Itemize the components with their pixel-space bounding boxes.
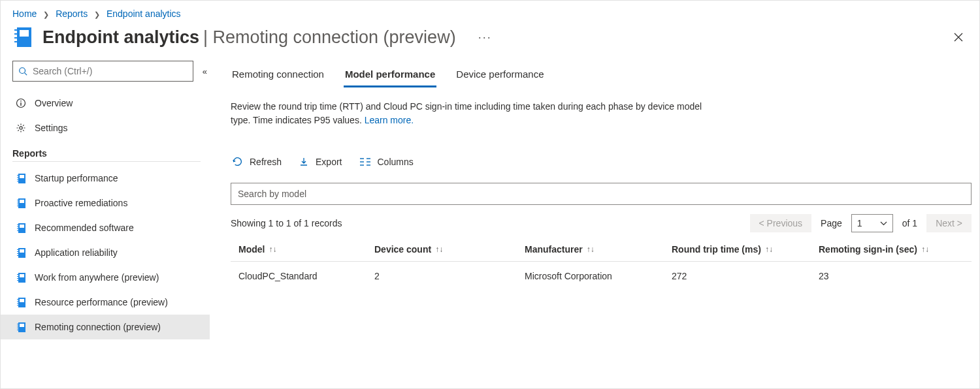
more-actions-button[interactable]: ··· xyxy=(478,31,492,44)
tab-remoting-connection[interactable]: Remoting connection xyxy=(231,65,325,87)
sidebar-item-label: Work from anywhere (preview) xyxy=(35,272,159,283)
notebook-small-icon xyxy=(15,197,27,209)
svg-rect-29 xyxy=(17,230,19,231)
sidebar-item-label: Startup performance xyxy=(35,173,118,183)
chevron-down-icon xyxy=(880,221,887,226)
svg-rect-33 xyxy=(17,251,19,252)
svg-rect-45 xyxy=(17,301,19,302)
breadcrumb-endpoint-analytics[interactable]: Endpoint analytics xyxy=(106,8,181,19)
search-icon xyxy=(18,67,27,76)
sidebar-item-startup-performance[interactable]: Startup performance xyxy=(1,166,210,191)
svg-rect-1 xyxy=(20,30,29,37)
svg-rect-53 xyxy=(17,330,19,330)
sidebar-item-label: Application reliability xyxy=(35,247,118,258)
svg-rect-38 xyxy=(17,274,19,275)
tab-device-performance[interactable]: Device performance xyxy=(455,65,545,87)
svg-rect-40 xyxy=(17,278,19,279)
page-title: Endpoint analytics | Remoting connection… xyxy=(42,27,456,48)
notebook-small-icon xyxy=(15,172,27,184)
svg-line-7 xyxy=(25,73,27,76)
svg-rect-4 xyxy=(14,37,18,39)
info-icon xyxy=(15,97,27,109)
col-header-round-trip-time[interactable]: Round trip time (ms) ↑↓ xyxy=(672,244,819,255)
page-select-value: 1 xyxy=(857,218,862,228)
svg-rect-52 xyxy=(17,328,19,328)
page-header: Endpoint analytics | Remoting connection… xyxy=(1,19,979,61)
col-header-model[interactable]: Model ↑↓ xyxy=(231,244,374,255)
svg-rect-46 xyxy=(17,303,19,303)
filter-by-model-input[interactable] xyxy=(231,183,972,205)
notebook-small-icon xyxy=(15,247,27,258)
page-select[interactable]: 1 xyxy=(851,214,893,232)
page-title-sub: | Remoting connection (preview) xyxy=(203,27,456,47)
breadcrumb: Home ❯ Reports ❯ Endpoint analytics xyxy=(1,1,979,19)
sidebar-item-label: Recommended software xyxy=(35,223,134,233)
cell-manufacturer: Microsoft Corporation xyxy=(525,271,672,281)
collapse-sidebar-button[interactable]: « xyxy=(200,64,210,79)
col-header-manufacturer[interactable]: Manufacturer ↑↓ xyxy=(525,244,672,255)
svg-rect-26 xyxy=(17,225,19,225)
sidebar-item-label: Resource performance (preview) xyxy=(35,297,168,307)
svg-rect-20 xyxy=(17,200,19,200)
chevron-right-icon: ❯ xyxy=(43,10,49,18)
col-header-remoting-signin[interactable]: Remoting sign-in (sec) ↑↓ xyxy=(819,244,972,255)
sidebar-item-overview[interactable]: Overview xyxy=(1,91,210,116)
divider xyxy=(12,161,201,162)
svg-rect-15 xyxy=(17,177,19,178)
svg-rect-49 xyxy=(20,324,24,327)
svg-rect-50 xyxy=(17,324,19,324)
sidebar-item-proactive-remediations[interactable]: Proactive remediations xyxy=(1,191,210,215)
refresh-button[interactable]: Refresh xyxy=(231,153,283,170)
download-icon xyxy=(299,157,309,167)
sidebar-item-resource-performance[interactable]: Resource performance (preview) xyxy=(1,290,210,315)
svg-rect-2 xyxy=(14,29,18,31)
notebook-small-icon xyxy=(15,321,27,333)
previous-page-button[interactable]: < Previous xyxy=(750,214,812,232)
main-content: Remoting connection Model performance De… xyxy=(210,61,979,383)
table-header-row: Model ↑↓ Device count ↑↓ Manufacturer ↑↓… xyxy=(231,244,972,262)
svg-rect-41 xyxy=(17,280,19,281)
chevron-right-icon: ❯ xyxy=(94,10,100,18)
sidebar-item-label: Proactive remediations xyxy=(35,198,127,208)
export-button[interactable]: Export xyxy=(297,154,343,170)
sidebar-item-settings[interactable]: Settings xyxy=(1,116,210,140)
tab-model-performance[interactable]: Model performance xyxy=(344,65,436,87)
data-table: Model ↑↓ Device count ↑↓ Manufacturer ↑↓… xyxy=(231,244,972,290)
notebook-icon xyxy=(12,25,33,49)
learn-more-link[interactable]: Learn more. xyxy=(365,115,414,125)
tab-description: Review the round trip time (RTT) and Clo… xyxy=(231,100,714,127)
sidebar-item-remoting-connection[interactable]: Remoting connection (preview) xyxy=(1,315,210,339)
toolbar: Refresh Export xyxy=(231,153,972,170)
sort-icon: ↑↓ xyxy=(765,245,773,254)
sidebar-item-label: Overview xyxy=(35,98,73,108)
sidebar: « Overview Settings Reports Startup perf… xyxy=(1,61,210,383)
sort-icon: ↑↓ xyxy=(587,245,595,254)
breadcrumb-home[interactable]: Home xyxy=(12,8,37,19)
svg-point-11 xyxy=(20,127,22,129)
export-label: Export xyxy=(316,157,342,167)
columns-button[interactable]: Columns xyxy=(358,154,415,170)
sidebar-search-input[interactable] xyxy=(33,66,188,76)
tab-bar: Remoting connection Model performance De… xyxy=(231,65,972,88)
col-header-label: Round trip time (ms) xyxy=(672,244,761,255)
svg-point-6 xyxy=(20,68,25,74)
breadcrumb-reports[interactable]: Reports xyxy=(56,8,88,19)
table-row[interactable]: CloudPC_Standard 2 Microsoft Corporation… xyxy=(231,262,972,290)
sidebar-item-recommended-software[interactable]: Recommended software xyxy=(1,215,210,240)
svg-rect-34 xyxy=(17,253,19,254)
next-page-button[interactable]: Next > xyxy=(926,214,972,232)
col-header-label: Manufacturer xyxy=(525,244,583,255)
page-of-label: of 1 xyxy=(902,218,917,228)
svg-rect-47 xyxy=(17,305,19,305)
sidebar-item-application-reliability[interactable]: Application reliability xyxy=(1,240,210,265)
notebook-small-icon xyxy=(15,272,27,283)
refresh-icon xyxy=(232,156,243,167)
sidebar-item-work-from-anywhere[interactable]: Work from anywhere (preview) xyxy=(1,265,210,290)
col-header-device-count[interactable]: Device count ↑↓ xyxy=(374,244,525,255)
cell-signin: 23 xyxy=(819,271,972,281)
sort-icon: ↑↓ xyxy=(435,245,443,254)
close-button[interactable] xyxy=(949,28,968,46)
svg-rect-10 xyxy=(20,101,21,102)
svg-rect-35 xyxy=(17,255,19,256)
sidebar-search[interactable] xyxy=(12,61,193,82)
